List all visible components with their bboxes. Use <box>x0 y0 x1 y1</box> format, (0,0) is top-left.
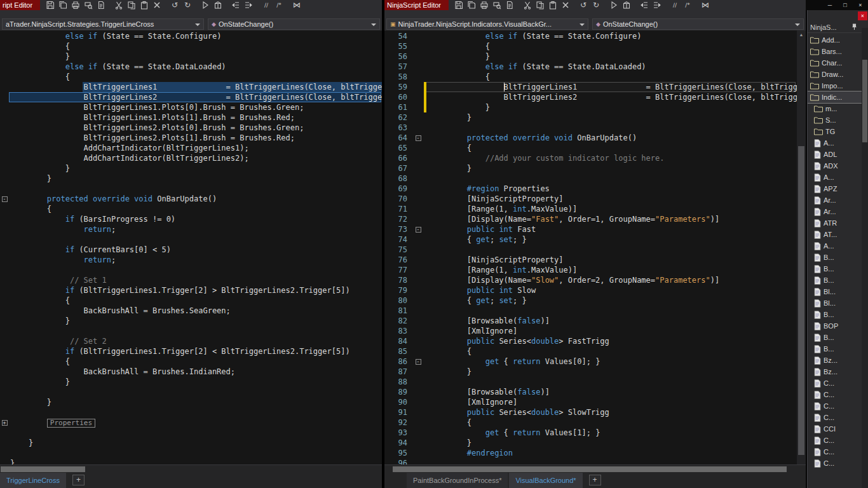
explorer-item-indic[interactable]: Indic... <box>808 92 862 103</box>
tab-triggerlinecross[interactable]: TriggerLineCross <box>0 473 66 488</box>
code-line[interactable]: 76 [NinjaScriptProperty] <box>384 255 797 265</box>
paste-icon[interactable] <box>138 1 151 10</box>
horizontal-scrollbar[interactable] <box>0 464 382 473</box>
compile-icon[interactable] <box>607 1 620 10</box>
scrollbar-thumb[interactable] <box>1 466 85 472</box>
explorer-item-c[interactable]: C... <box>808 446 862 458</box>
explorer-item-bop[interactable]: BOP <box>808 320 862 332</box>
cut-icon[interactable] <box>521 1 534 10</box>
code-line[interactable]: 55 { <box>384 41 797 51</box>
new-tab-button[interactable]: + <box>72 475 85 485</box>
explorer-item-at[interactable]: AT... <box>808 229 862 240</box>
code-line[interactable] <box>0 234 382 245</box>
uncomment-icon[interactable]: ∕* <box>681 1 694 10</box>
explorer-item-add[interactable]: Add... <box>808 34 862 46</box>
document-icon[interactable] <box>503 1 516 10</box>
package-icon[interactable] <box>212 1 224 10</box>
explorer-item-c[interactable]: C... <box>808 389 862 400</box>
close-button[interactable]: × <box>853 1 868 10</box>
explorer-item-a[interactable]: A... <box>808 240 862 252</box>
code-line[interactable]: AddChartIndicator(BltTriggerLines2); <box>0 153 382 163</box>
code-line[interactable]: 95 #endregion <box>384 448 797 458</box>
code-line[interactable]: } <box>0 458 382 464</box>
code-line[interactable]: return; <box>0 224 382 234</box>
explorer-item-b[interactable]: B... <box>808 263 862 274</box>
explorer-item-m[interactable]: m... <box>808 103 862 114</box>
code-line[interactable]: 85 { <box>384 346 797 356</box>
code-line[interactable] <box>0 265 382 275</box>
code-line[interactable]: 80 { get; set; } <box>384 295 797 306</box>
explorer-item-a[interactable]: A... <box>808 172 862 183</box>
compile-icon[interactable] <box>199 1 212 10</box>
code-line[interactable]: BackBrushAll = Brushes.IndianRed; <box>0 367 382 377</box>
code-line[interactable]: 59 BltTriggerLines1 = BltTriggerLines(Cl… <box>384 82 797 92</box>
fold-collapse-icon[interactable]: - <box>416 359 421 365</box>
code-line[interactable]: if (BarsInProgress != 0) <box>0 214 382 224</box>
code-line[interactable]: 75 <box>384 245 797 255</box>
code-line[interactable]: 67 } <box>384 163 797 173</box>
code-line[interactable] <box>0 387 382 397</box>
undo-icon[interactable]: ↺ <box>168 1 181 10</box>
redo-icon[interactable]: ↻ <box>590 1 602 10</box>
explorer-item-bz[interactable]: Bz... <box>808 366 862 377</box>
code-line[interactable]: 84 public Series<double> FastTrigg <box>384 336 797 346</box>
code-line[interactable]: 82 [Browsable(false)] <box>384 316 797 326</box>
paste-icon[interactable] <box>546 1 559 10</box>
code-line[interactable]: { <box>0 72 382 82</box>
save-all-icon[interactable] <box>57 1 69 10</box>
code-line[interactable]: } <box>0 397 382 407</box>
explorer-item-c[interactable]: C... <box>808 400 862 412</box>
code-line[interactable]: } <box>0 377 382 387</box>
code-line[interactable]: 63 <box>384 123 797 133</box>
code-line[interactable]: + Properties <box>0 417 382 428</box>
code-line[interactable]: 66 //Add your custom indicator logic her… <box>384 153 797 163</box>
code-line[interactable]: 62 } <box>384 112 797 123</box>
code-line[interactable]: { <box>0 204 382 214</box>
code-line[interactable]: BackBrushAll = Brushes.SeaGreen; <box>0 306 382 316</box>
code-line[interactable]: if (BltTriggerLines1.Trigger[2] > BltTri… <box>0 285 382 295</box>
explorer-item-apz[interactable]: APZ <box>808 183 862 194</box>
explorer-item-ar[interactable]: Ar... <box>808 194 862 206</box>
scroll-up-arrow[interactable]: ▲ <box>797 30 806 39</box>
code-line[interactable]: 71 [Range(1, int.MaxValue)] <box>384 204 797 214</box>
code-line[interactable]: 72 [Display(Name="Fast", Order=1, GroupN… <box>384 214 797 224</box>
print-icon[interactable] <box>478 1 491 10</box>
collapsed-region[interactable]: Properties <box>47 419 95 428</box>
code-line[interactable]: { <box>0 41 382 51</box>
code-line[interactable]: BltTriggerLines1.Plots[1].Brush = Brushe… <box>0 112 382 123</box>
code-line[interactable]: // Set 1 <box>0 275 382 285</box>
explorer-item-b[interactable]: B... <box>808 343 862 355</box>
explorer-item-a[interactable]: A... <box>808 137 862 149</box>
code-line[interactable]: BltTriggerLines2.Plots[1].Brush = Brushe… <box>0 133 382 143</box>
indent-icon[interactable] <box>242 1 255 10</box>
explorer-item-bars[interactable]: Bars... <box>808 46 862 57</box>
code-line[interactable] <box>0 448 382 458</box>
indent-icon[interactable] <box>651 1 663 10</box>
code-editor[interactable]: else if (State == State.Configure) { } e… <box>0 30 382 464</box>
explorer-item-b[interactable]: B... <box>808 332 862 343</box>
maximize-button[interactable]: □ <box>837 1 853 10</box>
code-line[interactable]: 64- protected override void OnBarUpdate(… <box>384 133 797 143</box>
code-line[interactable]: 74 { get; set; } <box>384 234 797 245</box>
horizontal-scrollbar[interactable] <box>384 464 806 473</box>
outdent-icon[interactable] <box>229 1 242 10</box>
code-line[interactable]: 70 [NinjaScriptProperty] <box>384 194 797 204</box>
explorer-item-adx[interactable]: ADX <box>808 160 862 172</box>
code-line[interactable]: 96 <box>384 458 797 464</box>
copy-icon[interactable] <box>534 1 546 10</box>
fold-expand-icon[interactable]: + <box>2 420 8 426</box>
explorer-item-s[interactable]: S... <box>808 114 862 126</box>
explorer-item-c[interactable]: C... <box>808 412 862 423</box>
code-line[interactable] <box>0 184 382 194</box>
method-selector-dropdown[interactable]: ◆ OnStateChange() <box>592 18 804 30</box>
code-line[interactable]: 81 <box>384 306 797 316</box>
comment-icon[interactable]: ∕∕ <box>668 1 681 10</box>
code-line[interactable]: // Set 2 <box>0 336 382 346</box>
explorer-item-b[interactable]: B... <box>808 309 862 320</box>
code-line[interactable]: { <box>0 295 382 306</box>
explorer-item-ar[interactable]: Ar... <box>808 206 862 217</box>
document-icon[interactable] <box>95 1 107 10</box>
code-line[interactable]: } <box>0 163 382 173</box>
class-selector-dropdown[interactable]: ▣ NinjaTrader.NinjaScript.Indicators.Vis… <box>386 18 588 30</box>
code-line[interactable]: 83 [XmlIgnore] <box>384 326 797 336</box>
